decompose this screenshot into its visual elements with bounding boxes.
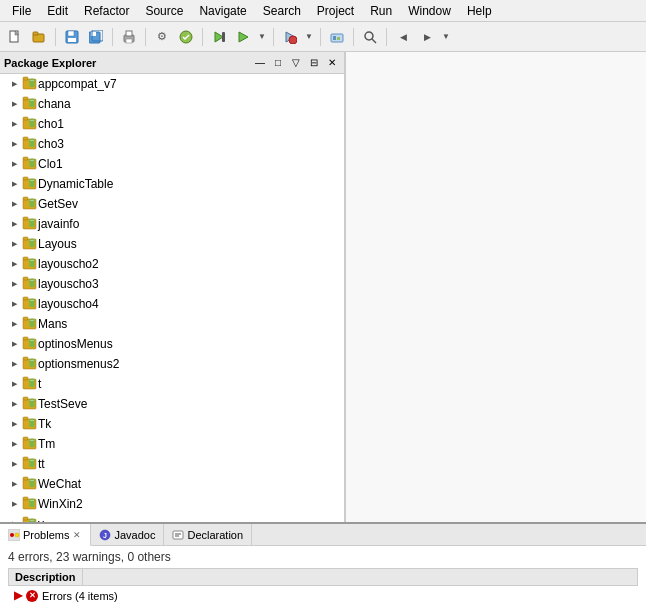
- tree-item[interactable]: Tm: [0, 434, 344, 454]
- search-button[interactable]: [359, 26, 381, 48]
- tree-item[interactable]: Tk: [0, 414, 344, 434]
- new-file-button[interactable]: [4, 26, 26, 48]
- explorer-view-menu-btn[interactable]: ▽: [288, 55, 304, 71]
- tree-item[interactable]: Layous: [0, 234, 344, 254]
- svg-point-109: [29, 358, 35, 363]
- svg-point-135: [33, 440, 34, 441]
- svg-rect-102: [23, 337, 28, 340]
- project-name: layouscho4: [38, 297, 99, 311]
- project-icon: [22, 215, 38, 234]
- project-icon: [22, 375, 38, 394]
- save-button[interactable]: [61, 26, 83, 48]
- explorer-minimize-btn[interactable]: —: [252, 55, 268, 71]
- menu-search[interactable]: Search: [255, 2, 309, 20]
- debug-button[interactable]: [279, 26, 301, 48]
- tree-item[interactable]: optinosMenus: [0, 334, 344, 354]
- svg-rect-11: [126, 39, 132, 43]
- explorer-collapse-btn[interactable]: ⊟: [306, 55, 322, 71]
- next-button[interactable]: ▶: [416, 26, 438, 48]
- menu-help[interactable]: Help: [459, 2, 500, 20]
- tree-item[interactable]: TestSeve: [0, 394, 344, 414]
- run-external-button[interactable]: [208, 26, 230, 48]
- svg-rect-148: [30, 483, 35, 487]
- tree-item[interactable]: y: [0, 514, 344, 522]
- tree-item[interactable]: DynamicTable: [0, 174, 344, 194]
- svg-point-21: [365, 32, 373, 40]
- project-name: Tm: [38, 437, 55, 451]
- menu-navigate[interactable]: Navigate: [191, 2, 254, 20]
- svg-point-115: [29, 378, 35, 383]
- tree-item[interactable]: Mans: [0, 314, 344, 334]
- svg-point-45: [33, 140, 34, 141]
- print-button[interactable]: [118, 26, 140, 48]
- tab-javadoc[interactable]: J Javadoc: [91, 524, 164, 546]
- prev-button[interactable]: ◀: [392, 26, 414, 48]
- tree-item[interactable]: cho1: [0, 114, 344, 134]
- run-button[interactable]: [232, 26, 254, 48]
- svg-rect-58: [30, 183, 35, 187]
- bottom-tabs: Problems ✕ J Javadoc Declaration: [0, 524, 646, 546]
- tab-declaration[interactable]: Declaration: [164, 524, 252, 546]
- project-icon: [22, 335, 38, 354]
- tree-item[interactable]: cho3: [0, 134, 344, 154]
- tree-item[interactable]: layouscho2: [0, 254, 344, 274]
- properties-button[interactable]: ⚙: [151, 26, 173, 48]
- svg-point-159: [33, 520, 34, 521]
- errors-row[interactable]: ▶ ✕ Errors (4 items): [8, 586, 638, 605]
- expand-arrow: [8, 418, 20, 430]
- expand-arrow: [8, 338, 20, 350]
- tree-item[interactable]: WeChat: [0, 474, 344, 494]
- run-dropdown-button[interactable]: ▼: [256, 26, 268, 48]
- svg-text:J: J: [103, 532, 107, 539]
- tab-problems-close[interactable]: ✕: [72, 530, 82, 540]
- tab-problems[interactable]: Problems ✕: [0, 524, 91, 546]
- svg-rect-90: [23, 297, 28, 300]
- menu-refactor[interactable]: Refactor: [76, 2, 137, 20]
- debug-dropdown-button[interactable]: ▼: [303, 26, 315, 48]
- expand-arrow: [8, 78, 20, 90]
- project-icon: [22, 95, 38, 114]
- editor-area: [345, 52, 646, 522]
- save-all-button[interactable]: [85, 26, 107, 48]
- project-name: optionsmenus2: [38, 357, 119, 371]
- menu-run[interactable]: Run: [362, 2, 400, 20]
- tree-item[interactable]: layouscho4: [0, 294, 344, 314]
- project-icon: [22, 455, 38, 474]
- svg-point-111: [33, 360, 34, 361]
- tree-item[interactable]: optionsmenus2: [0, 354, 344, 374]
- expand-errors-arrow[interactable]: ▶: [14, 589, 22, 602]
- tree-item[interactable]: javainfo: [0, 214, 344, 234]
- toolbar-sep-7: [353, 28, 354, 46]
- project-name: WinXin2: [38, 497, 83, 511]
- menu-source[interactable]: Source: [137, 2, 191, 20]
- explorer-close-btn[interactable]: ✕: [324, 55, 340, 71]
- expand-arrow: [8, 158, 20, 170]
- expand-arrow: [8, 358, 20, 370]
- tree-item[interactable]: tt: [0, 454, 344, 474]
- tree-item[interactable]: appcompat_v7: [0, 74, 344, 94]
- tree-item[interactable]: WinXin2: [0, 494, 344, 514]
- tree-item[interactable]: chana: [0, 94, 344, 114]
- next-dropdown-button[interactable]: ▼: [440, 26, 452, 48]
- coverage-button[interactable]: [326, 26, 348, 48]
- svg-rect-5: [68, 38, 76, 42]
- project-icon: [22, 295, 38, 314]
- svg-point-145: [29, 478, 35, 483]
- svg-point-56: [31, 180, 32, 181]
- tree-item[interactable]: Clo1: [0, 154, 344, 174]
- explorer-maximize-btn[interactable]: □: [270, 55, 286, 71]
- tree-item[interactable]: layouscho3: [0, 274, 344, 294]
- svg-point-67: [29, 218, 35, 223]
- menu-edit[interactable]: Edit: [39, 2, 76, 20]
- menu-file[interactable]: File: [4, 2, 39, 20]
- problems-icon: [8, 529, 20, 541]
- validate-button[interactable]: [175, 26, 197, 48]
- tree-item[interactable]: GetSev: [0, 194, 344, 214]
- open-button[interactable]: [28, 26, 50, 48]
- menu-window[interactable]: Window: [400, 2, 459, 20]
- svg-rect-14: [222, 32, 225, 42]
- tree-item[interactable]: t: [0, 374, 344, 394]
- svg-point-162: [10, 533, 14, 537]
- menu-project[interactable]: Project: [309, 2, 362, 20]
- project-name: javainfo: [38, 217, 79, 231]
